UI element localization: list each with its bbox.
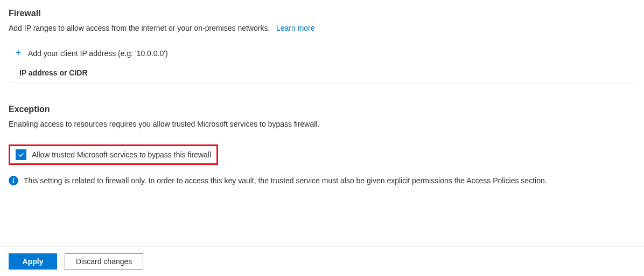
footer-bar: Apply Discard changes [0,246,644,276]
apply-button[interactable]: Apply [9,253,57,270]
add-ip-label: Add your client IP address (e.g: '10.0.0… [28,49,168,58]
firewall-section: Firewall Add IP ranges to allow access f… [9,9,635,83]
exception-heading: Exception [9,105,635,114]
checkmark-icon [17,151,25,158]
exception-section: Exception Enabling access to resources r… [9,105,635,185]
learn-more-link[interactable]: Learn more [276,24,315,32]
info-icon: i [9,176,18,185]
plus-icon: + [14,47,23,59]
trusted-services-label: Allow trusted Microsoft services to bypa… [32,150,211,159]
firewall-heading: Firewall [9,9,635,18]
info-text: This setting is related to firewall only… [24,176,547,185]
trusted-services-highlight: Allow trusted Microsoft services to bypa… [9,144,218,165]
add-ip-button[interactable]: + Add your client IP address (e.g: '10.0… [9,43,635,63]
firewall-description-text: Add IP ranges to allow access from the i… [9,24,270,32]
discard-button[interactable]: Discard changes [65,253,143,270]
firewall-description: Add IP ranges to allow access from the i… [9,24,635,32]
ip-column-header: IP address or CIDR [9,63,635,83]
exception-description: Enabling access to resources requires yo… [9,120,635,128]
trusted-services-checkbox[interactable] [16,149,26,160]
info-row: i This setting is related to firewall on… [9,176,635,185]
